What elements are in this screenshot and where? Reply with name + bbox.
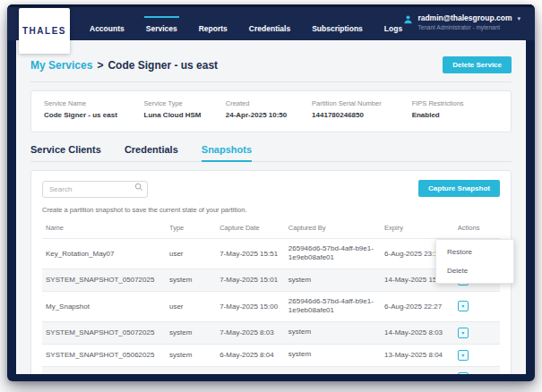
row-actions-context-menu: Restore Delete [435, 239, 514, 284]
table-row: SYSTEM_SNAPSHOT_05072025 system 7-May-20… [42, 268, 500, 291]
row-actions-button[interactable]: ▾ [458, 301, 469, 311]
cell-captured-by: system [285, 321, 381, 344]
cell-type: restore_point [166, 366, 216, 374]
field-value: 1441780246850 [312, 111, 412, 119]
nav-item-logs[interactable]: Logs [384, 24, 402, 33]
nav-item-services[interactable]: Services [146, 24, 177, 33]
search-input[interactable] [42, 181, 148, 198]
cell-type: system [166, 321, 216, 344]
cell-capture-date: 6-May-2025 8:04 [216, 344, 285, 366]
partition-serial-field: Partition Serial Number 1441780246850 [312, 99, 412, 119]
table-row: My_Snapshot user 7-May-2025 15:00 265946… [42, 291, 500, 321]
service-name-field: Service Name Code Signer - us east [44, 99, 144, 119]
col-header-captured-by: Captured By [285, 217, 381, 239]
divider [30, 81, 512, 82]
page-content: My Services > Code Signer - us east Dele… [16, 40, 526, 374]
snapshots-description: Create a partition snapshot to save the … [42, 206, 500, 214]
menu-item-restore[interactable]: Restore [436, 243, 513, 261]
breadcrumb: My Services > Code Signer - us east Dele… [30, 56, 512, 73]
field-value: Enabled [412, 111, 498, 119]
search-box [42, 179, 148, 198]
col-header-type: Type [166, 217, 216, 239]
main-nav: Accounts Services Reports Credentials Su… [90, 24, 402, 40]
nav-item-subscriptions[interactable]: Subscriptions [312, 24, 363, 33]
cell-captured-by: 265946d6-57bd-4aff-b9e1-1e9eb08afe01 [285, 239, 381, 269]
cell-capture-date: 7-May-2025 15:01 [216, 268, 285, 291]
field-label: FIPS Restrictions [412, 99, 498, 107]
created-field: Created 24-Apr-2025 10:50 [226, 99, 312, 119]
cell-type: system [166, 344, 216, 366]
chevron-down-icon: ▾ [517, 15, 520, 21]
snapshots-panel: Capture Snapshot Create a partition snap… [30, 170, 512, 374]
user-avatar-icon [403, 14, 413, 24]
col-header-capture-date: Capture Date [216, 217, 285, 239]
user-email: radmin@thalesgroup.com [417, 13, 512, 22]
nav-item-credentials[interactable]: Credentials [249, 24, 290, 33]
tab-service-clients[interactable]: Service Clients [30, 144, 101, 161]
col-header-expiry: Expiry [381, 217, 454, 239]
table-row: Key_Rotation_May07 user 7-May-2025 15:51… [42, 239, 500, 269]
field-label: Service Type [144, 99, 226, 107]
detail-tabs: Service Clients Credentials Snapshots [30, 144, 512, 162]
row-actions-button[interactable]: ▾ [458, 372, 469, 374]
fips-restrictions-field: FIPS Restrictions Enabled [412, 99, 498, 119]
nav-item-reports[interactable]: Reports [199, 24, 228, 33]
top-navigation-bar: Accounts Services Reports Credentials Su… [7, 4, 535, 40]
field-label: Partition Serial Number [312, 99, 412, 107]
row-actions-button[interactable]: ▾ [458, 350, 469, 361]
cell-name: My_Snapshot [42, 291, 166, 321]
cell-expiry: 11-May-2025 8:03 [381, 366, 454, 374]
table-row: SYSTEM_SNAPSHOT_05062025 system 6-May-20… [42, 344, 500, 366]
user-role: Tenant Administrator - mytenant [417, 24, 520, 30]
table-row: SYSTEM_SNAPSHOT_05072025 system 7-May-20… [42, 321, 500, 344]
app-window: Accounts Services Reports Credentials Su… [7, 4, 535, 381]
cell-name: SYSTEM_SNAPSHOT_05062025 [42, 344, 166, 366]
capture-snapshot-button[interactable]: Capture Snapshot [418, 180, 500, 197]
cell-expiry: 13-May-2025 8:04 [381, 344, 454, 366]
cell-type: system [166, 268, 216, 291]
cell-capture-date: 7-May-2025 15:00 [216, 291, 285, 321]
cell-name: SYSTEM_SNAPSHOT_05042025 [42, 366, 166, 374]
service-info-card: Service Name Code Signer - us east Servi… [30, 90, 512, 132]
thales-logo[interactable]: THALES [19, 8, 70, 54]
delete-service-button[interactable]: Delete Service [443, 56, 512, 73]
cell-name: SYSTEM_SNAPSHOT_05072025 [42, 321, 166, 344]
cell-name: SYSTEM_SNAPSHOT_05072025 [42, 268, 166, 291]
cell-expiry: 14-May-2025 8:03 [381, 321, 454, 344]
snapshots-table: Name Type Capture Date Captured By Expir… [42, 217, 500, 374]
user-menu[interactable]: radmin@thalesgroup.com ▾ Tenant Administ… [403, 13, 520, 30]
field-value: Code Signer - us east [44, 111, 144, 119]
cell-name: Key_Rotation_May07 [42, 239, 166, 269]
menu-item-delete[interactable]: Delete [436, 261, 513, 280]
page-title: Code Signer - us east [108, 59, 218, 72]
table-row: SYSTEM_SNAPSHOT_05042025 restore_point 4… [42, 366, 500, 374]
snapshots-toolbar: Capture Snapshot [42, 179, 500, 198]
tab-credentials[interactable]: Credentials [125, 144, 178, 161]
breadcrumb-separator: > [97, 59, 103, 72]
service-type-field: Service Type Luna Cloud HSM [144, 99, 226, 119]
cell-captured-by: system [285, 268, 381, 291]
cell-captured-by: 265946d6-57bd-4aff-b9e1-1e9eb08afe01 [285, 291, 381, 321]
row-actions-button[interactable]: ▾ [458, 328, 469, 338]
cell-expiry: 6-Aug-2025 22:27 [381, 291, 454, 321]
cell-capture-date: 7-May-2025 8:03 [216, 321, 285, 344]
nav-item-accounts[interactable]: Accounts [90, 24, 125, 33]
cell-type: user [166, 291, 216, 321]
thales-logo-text: THALES [22, 26, 66, 36]
cell-type: user [166, 239, 216, 269]
table-header-row: Name Type Capture Date Captured By Expir… [42, 217, 500, 239]
cell-capture-date: 7-May-2025 15:51 [216, 239, 285, 269]
field-label: Service Name [44, 99, 144, 107]
field-label: Created [226, 99, 312, 107]
cell-captured-by: system [285, 366, 381, 374]
breadcrumb-my-services-link[interactable]: My Services [30, 59, 92, 72]
cell-captured-by: system [285, 344, 381, 366]
tab-snapshots[interactable]: Snapshots [202, 144, 252, 161]
col-header-name: Name [42, 217, 166, 239]
col-header-actions: Actions [454, 217, 500, 239]
field-value: Luna Cloud HSM [144, 111, 226, 119]
cell-capture-date: 4-May-2025 8:03 [216, 366, 285, 374]
user-info: radmin@thalesgroup.com ▾ Tenant Administ… [417, 13, 520, 30]
field-value: 24-Apr-2025 10:50 [226, 111, 312, 119]
